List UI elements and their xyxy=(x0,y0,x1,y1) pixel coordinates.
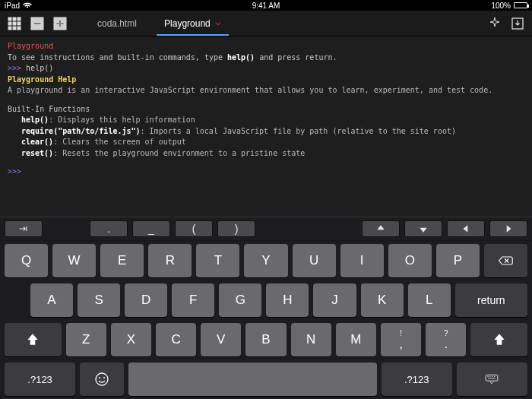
return-key[interactable]: return xyxy=(455,283,527,317)
key-u[interactable]: U xyxy=(293,244,336,277)
svg-rect-0 xyxy=(8,17,11,21)
key-x[interactable]: X xyxy=(111,323,151,356)
key-z[interactable]: Z xyxy=(66,323,106,356)
svg-rect-7 xyxy=(13,27,16,30)
key-g[interactable]: G xyxy=(219,283,261,317)
console-output[interactable]: Playground To see instructions and built… xyxy=(0,36,532,178)
shift-key-left[interactable] xyxy=(5,323,62,356)
key-h[interactable]: H xyxy=(266,283,309,317)
key-v[interactable]: V xyxy=(201,323,241,356)
underscore-key[interactable]: _ xyxy=(132,220,170,237)
key-a[interactable]: A xyxy=(30,283,73,317)
svg-rect-10 xyxy=(33,23,41,24)
tab-label: coda.html xyxy=(97,18,137,29)
minus-panel-icon[interactable] xyxy=(29,15,46,32)
key-t[interactable]: T xyxy=(196,244,239,277)
dismiss-keyboard-key[interactable] xyxy=(457,363,527,396)
key-b[interactable]: B xyxy=(245,323,286,356)
svg-point-16 xyxy=(99,377,100,378)
builtins-heading: Built-In Functions xyxy=(8,104,524,116)
key-w[interactable]: W xyxy=(52,244,96,277)
key-l[interactable]: L xyxy=(408,283,451,317)
builtin-item: clear(): Clears the screen of output xyxy=(8,137,524,148)
key-c[interactable]: C xyxy=(156,323,196,356)
plus-panel-icon[interactable] xyxy=(52,15,68,32)
status-bar: iPad 9:41 AM 100% xyxy=(0,0,532,11)
builtin-item: help(): Displays this help information xyxy=(8,115,524,126)
svg-point-17 xyxy=(103,377,105,378)
grid-icon[interactable] xyxy=(6,15,23,32)
console-title: Playground xyxy=(8,41,524,52)
keyboard-row: Q W E R T Y U I O P xyxy=(0,241,532,280)
key-k[interactable]: K xyxy=(361,283,404,317)
backspace-key[interactable] xyxy=(484,244,527,277)
sparkle-icon[interactable] xyxy=(486,15,503,32)
svg-rect-5 xyxy=(17,22,21,25)
tab-file[interactable]: coda.html xyxy=(84,11,150,36)
key-o[interactable]: O xyxy=(388,244,432,277)
builtin-item: reset(): Resets the playground environme… xyxy=(8,148,524,160)
rparen-key[interactable]: ) xyxy=(217,220,255,237)
numsym-key-left[interactable]: .?123 xyxy=(5,363,75,396)
numsym-key-right[interactable]: .?123 xyxy=(382,363,452,396)
arrow-down-key[interactable] xyxy=(404,220,442,237)
help-desc: A playground is an interactive JavaScrip… xyxy=(8,85,524,97)
tabs: coda.html Playground xyxy=(84,11,235,36)
keyboard-accessory: . _ ( ) xyxy=(0,217,532,241)
svg-rect-2 xyxy=(17,17,21,21)
svg-rect-8 xyxy=(17,27,21,30)
download-icon[interactable] xyxy=(509,15,526,32)
key-n[interactable]: N xyxy=(291,323,331,356)
tab-playground[interactable]: Playground xyxy=(150,11,235,36)
key-y[interactable]: Y xyxy=(244,244,287,277)
key-p[interactable]: P xyxy=(436,244,480,277)
keyboard-row: .?123 .?123 xyxy=(0,359,532,399)
tab-key[interactable] xyxy=(5,220,43,237)
console-line: >>> help() xyxy=(8,63,524,74)
emoji-key[interactable] xyxy=(80,363,124,396)
key-period[interactable]: ? . xyxy=(426,323,466,356)
builtin-item: require("path/to/file.js"): Imports a lo… xyxy=(8,126,524,138)
arrow-left-key[interactable] xyxy=(447,220,485,237)
tab-label: Playground xyxy=(164,18,211,29)
dot-key[interactable]: . xyxy=(90,220,128,237)
key-f[interactable]: F xyxy=(172,283,214,317)
battery-icon xyxy=(514,2,527,8)
console-prompt-line: >>> xyxy=(8,166,524,178)
arrow-right-key[interactable] xyxy=(489,220,527,237)
key-s[interactable]: S xyxy=(78,283,120,317)
svg-rect-6 xyxy=(8,27,11,30)
svg-rect-4 xyxy=(13,22,16,25)
shift-key-right[interactable] xyxy=(470,323,527,356)
keyboard-row: A S D F G H J K L return xyxy=(0,280,532,320)
svg-rect-3 xyxy=(8,22,11,25)
key-j[interactable]: J xyxy=(313,283,356,317)
status-time: 9:41 AM xyxy=(0,2,532,10)
key-q[interactable]: Q xyxy=(5,244,48,277)
toolbar: coda.html Playground xyxy=(0,11,532,36)
key-r[interactable]: R xyxy=(148,244,192,277)
key-i[interactable]: I xyxy=(340,244,384,277)
svg-rect-13 xyxy=(59,20,61,27)
help-title: Playground Help xyxy=(8,74,524,86)
lparen-key[interactable]: ( xyxy=(175,220,213,237)
svg-rect-1 xyxy=(13,17,16,21)
keyboard-row: Z X C V B N M ! , ? . xyxy=(0,320,532,359)
arrow-up-key[interactable] xyxy=(362,220,400,237)
space-key[interactable] xyxy=(128,363,376,396)
key-m[interactable]: M xyxy=(336,323,376,356)
keyboard: . _ ( ) Q W E R T Y U I O P A S D F G H … xyxy=(0,217,532,399)
console-intro: To see instructions and built-in command… xyxy=(8,52,524,64)
key-d[interactable]: D xyxy=(125,283,167,317)
key-comma[interactable]: ! , xyxy=(381,323,421,356)
chevron-down-icon xyxy=(215,18,221,29)
key-e[interactable]: E xyxy=(100,244,144,277)
svg-point-15 xyxy=(96,373,108,385)
